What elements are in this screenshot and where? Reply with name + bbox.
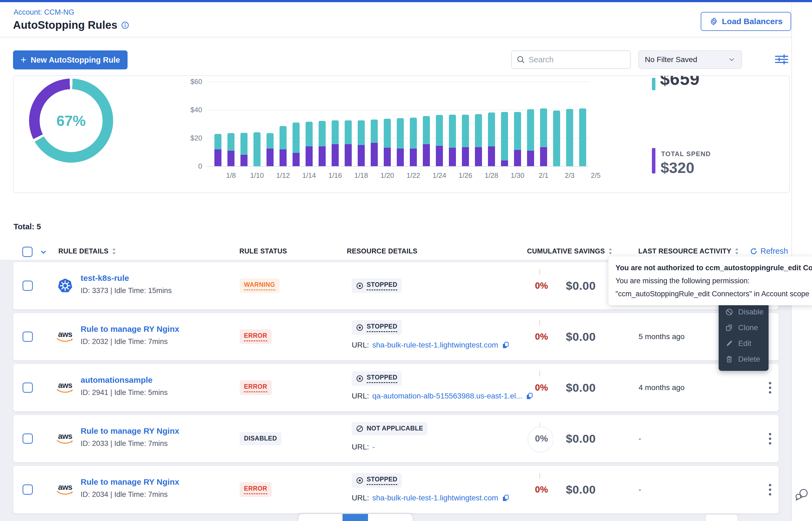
table-row[interactable]: awsRule to manage RY NginxID: 2032 | Idl… <box>13 313 779 361</box>
status-badge-label: ERROR <box>244 485 267 494</box>
autostopping-rules-page: Account: CCM-NG AutoStopping Rules Load … <box>0 0 812 521</box>
pagination-active-page[interactable] <box>342 514 368 521</box>
new-autostopping-rule-button[interactable]: + New AutoStopping Rule <box>13 50 128 69</box>
bar-savings-2/1 <box>540 108 547 147</box>
chat-button[interactable] <box>794 488 809 503</box>
context-menu-item-delete[interactable]: Delete <box>719 351 769 367</box>
column-header-last-resource-activity[interactable]: LAST RESOURCE ACTIVITY <box>638 247 739 255</box>
tooltip-line: You are missing the following permission… <box>616 274 807 287</box>
table-row[interactable]: awsRule to manage RY NginxID: 2033 | Idl… <box>13 415 779 462</box>
context-menu-label: Disable <box>738 308 764 316</box>
table-row[interactable]: awsautomationsampleID: 2941 | Idle Time:… <box>13 364 779 411</box>
row-checkbox[interactable] <box>23 433 33 444</box>
rule-name-link[interactable]: Rule to manage RY Nginx <box>81 426 179 436</box>
context-menu-item-disable[interactable]: Disable <box>719 304 769 320</box>
savings-pct-value: 0% <box>535 332 548 342</box>
row-checkbox[interactable] <box>23 484 33 495</box>
url-link[interactable]: sha-bulk-rule-test-1.lightwingtest.com <box>372 494 498 502</box>
pagination[interactable] <box>299 514 412 521</box>
column-header-cumulative-savings[interactable]: CUMULATIVE SAVINGS <box>527 247 613 255</box>
column-header-rule-details[interactable]: RULE DETAILS <box>58 247 116 255</box>
sort-icon[interactable] <box>112 248 116 255</box>
load-balancers-button[interactable]: Load Balancers <box>701 12 791 31</box>
total-savings-value: $659 <box>660 75 700 89</box>
saved-filter-select[interactable]: No Filter Saved <box>638 50 742 69</box>
search-icon <box>516 55 526 64</box>
bar-spend-1/12 <box>280 149 286 166</box>
search-input[interactable] <box>528 55 626 65</box>
cumulative-savings-value: $0.00 <box>566 313 596 360</box>
x-axis-tick: 1/14 <box>297 171 321 180</box>
filter-panel-button[interactable] <box>774 53 789 66</box>
cumulative-savings-pct: 0% <box>505 364 548 411</box>
resource-state-badge: STOPPED <box>352 371 402 386</box>
kebab-dot <box>769 442 771 445</box>
total-spend-marker <box>652 148 656 174</box>
x-axis-tick: 2/5 <box>583 171 608 180</box>
row-checkbox[interactable] <box>23 332 33 342</box>
bar-savings-1/17 <box>345 120 352 144</box>
savings-donut-chart: 67% <box>29 78 113 163</box>
table-row[interactable]: awsRule to manage RY NginxID: 2034 | Idl… <box>13 466 779 514</box>
not-applicable-icon <box>356 425 363 432</box>
bar-savings-1/26 <box>462 115 469 147</box>
status-badge: DISABLED <box>240 432 281 445</box>
gauge-ring <box>528 426 554 452</box>
row-context-menu: DisableCloneEditDelete <box>719 300 769 371</box>
cumulative-savings-value: $0.00 <box>566 466 596 513</box>
resource-state-badge: NOT APPLICABLE <box>352 422 427 435</box>
pagination-control[interactable] <box>705 514 738 521</box>
bar-savings-1/14 <box>305 122 313 146</box>
bulk-select-chevron-icon[interactable] <box>40 248 47 256</box>
account-breadcrumb[interactable]: Account: CCM-NG <box>14 8 74 17</box>
bar-savings-1/31 <box>527 109 534 151</box>
url-link[interactable]: - <box>372 443 375 451</box>
last-activity: 5 months ago <box>639 313 685 360</box>
context-menu-item-clone[interactable]: Clone <box>719 320 769 336</box>
rule-name-link[interactable]: automationsample <box>81 376 152 385</box>
last-activity: - <box>639 415 641 462</box>
context-menu-label: Edit <box>738 339 751 348</box>
status-badge-label: ERROR <box>244 383 267 392</box>
x-axis-tick: 1/12 <box>271 171 295 180</box>
x-axis-tick: 2/3 <box>557 171 582 180</box>
y-axis-tick: 0 <box>176 162 202 171</box>
gear-icon <box>709 17 718 26</box>
refresh-button[interactable]: Refresh <box>750 247 788 256</box>
y-axis-tick: $60 <box>176 77 202 86</box>
bar-savings-1/27 <box>475 114 482 147</box>
status-badge: ERROR <box>240 380 272 395</box>
search-box <box>511 50 631 69</box>
rule-name-link[interactable]: Rule to manage RY Nginx <box>81 324 179 334</box>
row-checkbox[interactable] <box>23 280 33 291</box>
select-all-checkbox[interactable] <box>22 247 33 257</box>
row-menu-button[interactable] <box>762 429 778 448</box>
context-menu-item-edit[interactable]: Edit <box>719 336 769 351</box>
bar-spend-1/23 <box>423 144 430 166</box>
url-link[interactable]: qa-automation-alb-515563988.us-east-1.el… <box>372 392 522 400</box>
row-checkbox[interactable] <box>23 383 33 393</box>
bar-savings-1/11 <box>266 133 274 149</box>
aws-logo-text: aws <box>58 382 72 389</box>
bar-spend-1/11 <box>266 149 274 166</box>
tooltip-line: You are not authorized to ccm_autostoppi… <box>616 261 807 274</box>
sort-icon[interactable] <box>608 248 613 255</box>
rule-name-link[interactable]: test-k8s-rule <box>81 273 129 283</box>
delete-icon <box>725 355 733 363</box>
url-link[interactable]: sha-bulk-rule-test-1.lightwingtest.com <box>372 341 498 349</box>
rule-name-link[interactable]: Rule to manage RY Nginx <box>81 477 179 486</box>
total-spend-value: $320 <box>661 159 695 177</box>
kebab-dot <box>769 489 771 491</box>
info-icon[interactable] <box>121 21 129 29</box>
savings-pct-value: 0% <box>535 280 548 291</box>
resource-state-label: STOPPED <box>367 323 397 332</box>
row-menu-button[interactable] <box>762 480 778 499</box>
x-axis-tick: 1/28 <box>479 171 504 180</box>
url-label: URL: <box>352 341 369 349</box>
bar-savings-1/7 <box>214 134 221 149</box>
aws-icon: aws <box>56 433 74 445</box>
row-menu-button[interactable] <box>762 378 778 398</box>
sort-icon[interactable] <box>735 248 739 255</box>
total-count: Total: 5 <box>14 222 41 231</box>
last-activity: - <box>639 466 641 513</box>
